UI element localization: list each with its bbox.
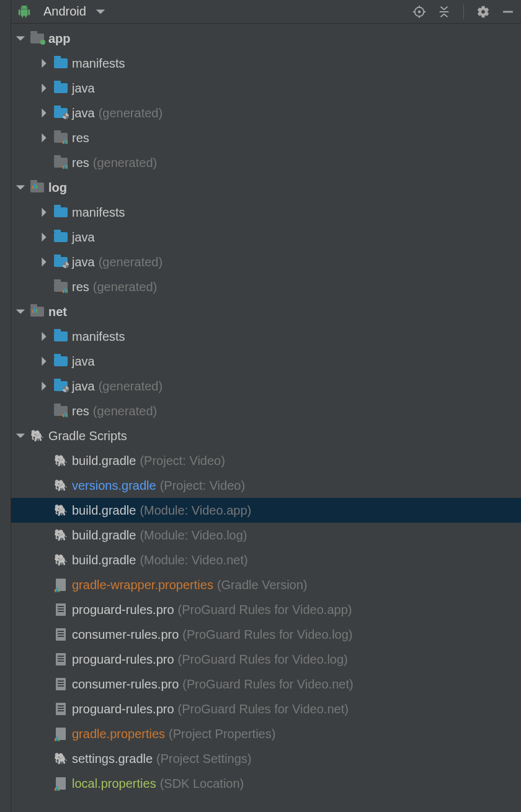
svg-point-1 bbox=[418, 11, 421, 13]
project-tree[interactable]: appmanifestsjavajava(generated)resres(ge… bbox=[11, 24, 521, 812]
tree-item[interactable]: java bbox=[11, 225, 521, 250]
tree-item[interactable]: proguard-rules.pro(ProGuard Rules for Vi… bbox=[11, 597, 521, 622]
module-icon bbox=[30, 181, 45, 194]
folder-blue-icon bbox=[53, 205, 68, 219]
chevron-right-icon[interactable] bbox=[38, 356, 50, 367]
tree-item-suffix: (ProGuard Rules for Video.app) bbox=[178, 603, 352, 617]
target-icon[interactable] bbox=[412, 5, 426, 19]
tree-item[interactable]: java bbox=[11, 76, 521, 101]
tree-item-suffix: (ProGuard Rules for Video.net) bbox=[182, 677, 353, 692]
tree-item-label: res bbox=[72, 156, 89, 170]
tree-item[interactable]: consumer-rules.pro(ProGuard Rules for Vi… bbox=[11, 672, 521, 697]
elephant-icon: 🐘 bbox=[30, 429, 45, 443]
tree-item-label: res bbox=[72, 280, 89, 294]
chevron-right-icon[interactable] bbox=[38, 232, 50, 243]
chevron-right-icon[interactable] bbox=[38, 256, 50, 268]
tree-item[interactable]: manifests bbox=[11, 51, 521, 76]
tree-item[interactable]: 🐘build.gradle(Module: Video.app) bbox=[11, 498, 521, 523]
tree-item[interactable]: res(generated) bbox=[11, 274, 521, 299]
tree-item-label: java bbox=[72, 81, 95, 96]
chevron-right-icon[interactable] bbox=[38, 58, 50, 69]
tree-item[interactable]: 🐘build.gradle(Project: Video) bbox=[11, 448, 521, 473]
tree-item[interactable]: 🐘build.gradle(Module: Video.net) bbox=[11, 548, 521, 572]
tree-item-label: settings.gradle bbox=[72, 752, 153, 766]
tree-item-label: manifests bbox=[72, 330, 125, 344]
chevron-right-icon[interactable] bbox=[38, 331, 50, 342]
tree-item[interactable]: 🐘settings.gradle(Project Settings) bbox=[11, 746, 521, 771]
tree-item[interactable]: 🐘Gradle Scripts bbox=[11, 423, 521, 448]
tree-item[interactable]: proguard-rules.pro(ProGuard Rules for Vi… bbox=[11, 697, 521, 721]
tree-item-suffix: (SDK Location) bbox=[160, 777, 244, 791]
tree-item-label: res bbox=[72, 404, 89, 418]
folder-blue-gen-icon bbox=[53, 255, 68, 269]
tree-item[interactable]: java(generated) bbox=[11, 250, 521, 274]
tree-item[interactable]: manifests bbox=[11, 324, 521, 349]
tree-item-suffix: (ProGuard Rules for Video.log) bbox=[182, 628, 352, 642]
tree-item-label: gradle.properties bbox=[72, 727, 165, 741]
collapse-icon[interactable] bbox=[437, 5, 451, 19]
tree-item-label: versions.gradle bbox=[72, 479, 156, 493]
tree-item-label: build.gradle bbox=[72, 454, 136, 468]
tree-item-suffix: (Module: Video.app) bbox=[140, 503, 251, 518]
chevron-right-icon[interactable] bbox=[38, 83, 50, 94]
tree-item-label: proguard-rules.pro bbox=[72, 702, 174, 716]
tree-item-suffix: (Gradle Version) bbox=[217, 578, 308, 592]
doc-icon bbox=[53, 603, 68, 616]
chevron-down-icon[interactable] bbox=[15, 182, 26, 193]
tree-item[interactable]: manifests bbox=[11, 200, 521, 225]
tree-item[interactable]: java(generated) bbox=[11, 101, 521, 125]
tree-item[interactable]: log bbox=[11, 175, 521, 200]
tree-item-label: java bbox=[72, 255, 95, 269]
tree-item-label: res bbox=[72, 131, 89, 145]
tree-item-suffix: (Project Properties) bbox=[169, 727, 275, 741]
tree-item-suffix: (ProGuard Rules for Video.net) bbox=[178, 702, 349, 716]
chevron-right-icon[interactable] bbox=[38, 107, 50, 119]
left-gutter bbox=[0, 0, 11, 812]
folder-blue-gen-icon bbox=[53, 106, 68, 120]
header-toolbar bbox=[412, 4, 515, 19]
panel-header: Android bbox=[11, 0, 521, 24]
tree-item[interactable]: gradle.properties(Project Properties) bbox=[11, 721, 521, 746]
chevron-down-icon[interactable] bbox=[15, 430, 26, 441]
tree-item-suffix: (generated) bbox=[93, 404, 157, 418]
doc-icon bbox=[53, 702, 68, 716]
elephant-link-icon: 🐘 bbox=[53, 479, 68, 492]
tree-item-label: proguard-rules.pro bbox=[72, 652, 174, 667]
tree-item[interactable]: consumer-rules.pro(ProGuard Rules for Vi… bbox=[11, 622, 521, 647]
tree-item[interactable]: java(generated) bbox=[11, 374, 521, 399]
tree-item[interactable]: gradle-wrapper.properties(Gradle Version… bbox=[11, 572, 521, 597]
tree-item[interactable]: res(generated) bbox=[11, 399, 521, 423]
folder-grey-res-icon bbox=[53, 404, 68, 418]
view-selector[interactable]: Android bbox=[43, 4, 86, 19]
chevron-down-icon[interactable] bbox=[15, 33, 26, 44]
folder-grey-res-icon bbox=[53, 280, 68, 294]
folder-blue-icon bbox=[53, 56, 68, 70]
minimize-icon[interactable] bbox=[501, 5, 515, 19]
tree-item[interactable]: local.properties(SDK Location) bbox=[11, 771, 521, 796]
android-icon bbox=[17, 6, 31, 17]
tree-item-label: net bbox=[48, 305, 67, 319]
chevron-right-icon[interactable] bbox=[38, 381, 50, 392]
chevron-right-icon[interactable] bbox=[38, 207, 50, 218]
tree-item-label: build.gradle bbox=[72, 503, 136, 518]
tree-item[interactable]: net bbox=[11, 299, 521, 324]
tree-item[interactable]: res(generated) bbox=[11, 150, 521, 175]
tree-item-suffix: (generated) bbox=[99, 379, 163, 394]
folder-blue-icon bbox=[53, 354, 68, 368]
folder-blue-gen-icon bbox=[53, 379, 68, 393]
chevron-down-icon[interactable] bbox=[15, 306, 26, 317]
tree-item[interactable]: 🐘build.gradle(Module: Video.log) bbox=[11, 523, 521, 548]
tree-item-label: consumer-rules.pro bbox=[72, 628, 179, 642]
tree-item[interactable]: res bbox=[11, 125, 521, 150]
dropdown-icon[interactable] bbox=[95, 6, 106, 17]
elephant-icon: 🐘 bbox=[53, 454, 68, 467]
elephant-icon: 🐘 bbox=[53, 528, 68, 542]
chevron-right-icon[interactable] bbox=[38, 132, 50, 143]
tree-item[interactable]: 🐘versions.gradle(Project: Video) bbox=[11, 473, 521, 498]
module-icon bbox=[30, 305, 45, 318]
tree-item[interactable]: java bbox=[11, 349, 521, 374]
tree-item[interactable]: app bbox=[11, 26, 521, 51]
tree-item[interactable]: proguard-rules.pro(ProGuard Rules for Vi… bbox=[11, 647, 521, 672]
gear-icon[interactable] bbox=[476, 5, 490, 19]
tree-item-label: java bbox=[72, 379, 95, 394]
